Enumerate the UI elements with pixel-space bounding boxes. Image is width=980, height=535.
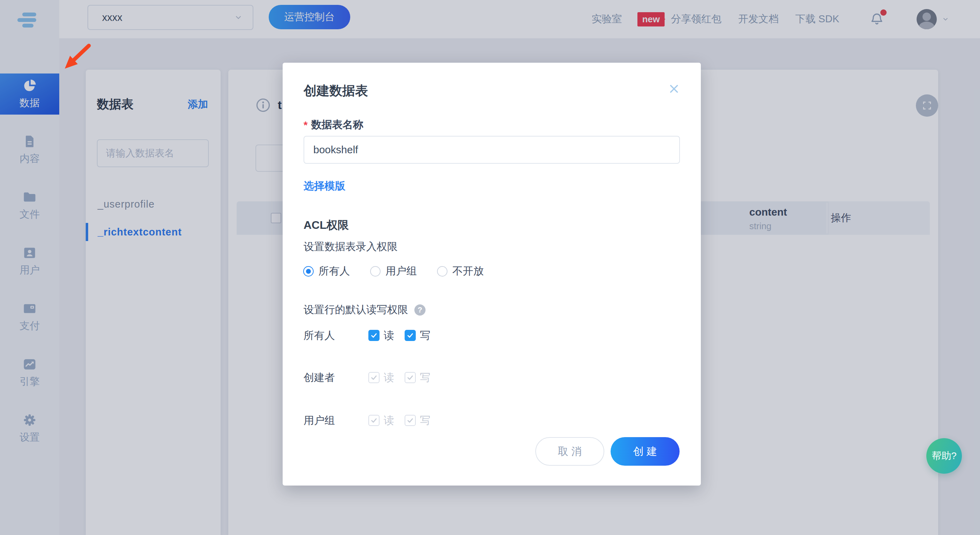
acl-heading: ACL权限 bbox=[304, 218, 349, 233]
write-checkbox-disabled bbox=[405, 372, 416, 383]
annotation-arrow-icon bbox=[52, 38, 108, 80]
required-asterisk: * bbox=[304, 119, 308, 131]
cancel-button[interactable]: 取 消 bbox=[535, 437, 604, 466]
perm-row-creator: 创建者 读 写 bbox=[304, 370, 441, 385]
help-icon[interactable]: ? bbox=[414, 305, 426, 316]
modal-title: 创建数据表 bbox=[304, 82, 368, 100]
acl-option-usergroup[interactable]: 用户组 bbox=[370, 264, 425, 278]
acl-entry-label: 设置数据表录入权限 bbox=[304, 240, 398, 254]
read-checkbox-disabled bbox=[368, 415, 380, 426]
radio-icon bbox=[437, 266, 447, 276]
create-table-modal: 创建数据表 * 数据表名称 选择模版 ACL权限 设置数据表录入权限 所有人 用… bbox=[283, 63, 701, 486]
perm-row-everyone: 所有人 读 写 bbox=[304, 328, 441, 343]
choose-template-link[interactable]: 选择模版 bbox=[304, 179, 345, 193]
radio-icon bbox=[370, 266, 380, 276]
read-checkbox[interactable] bbox=[368, 330, 380, 341]
radio-checked-icon bbox=[303, 266, 313, 276]
create-button[interactable]: 创 建 bbox=[611, 437, 679, 466]
read-checkbox-disabled bbox=[368, 372, 380, 383]
acl-option-closed[interactable]: 不开放 bbox=[437, 264, 492, 278]
row-permissions-heading: 设置行的默认读写权限 ? bbox=[304, 303, 426, 317]
modal-footer: 取 消 创 建 bbox=[535, 437, 679, 466]
table-name-input[interactable] bbox=[304, 136, 680, 164]
help-button[interactable]: 帮助? bbox=[926, 438, 962, 474]
perm-row-usergroup: 用户组 读 写 bbox=[304, 413, 441, 428]
close-icon[interactable] bbox=[667, 82, 681, 95]
acl-radio-group: 所有人 用户组 不开放 bbox=[303, 264, 504, 278]
acl-option-everyone[interactable]: 所有人 bbox=[303, 264, 358, 278]
write-checkbox[interactable] bbox=[405, 330, 416, 341]
write-checkbox-disabled bbox=[405, 415, 416, 426]
table-name-label: * 数据表名称 bbox=[304, 118, 363, 132]
